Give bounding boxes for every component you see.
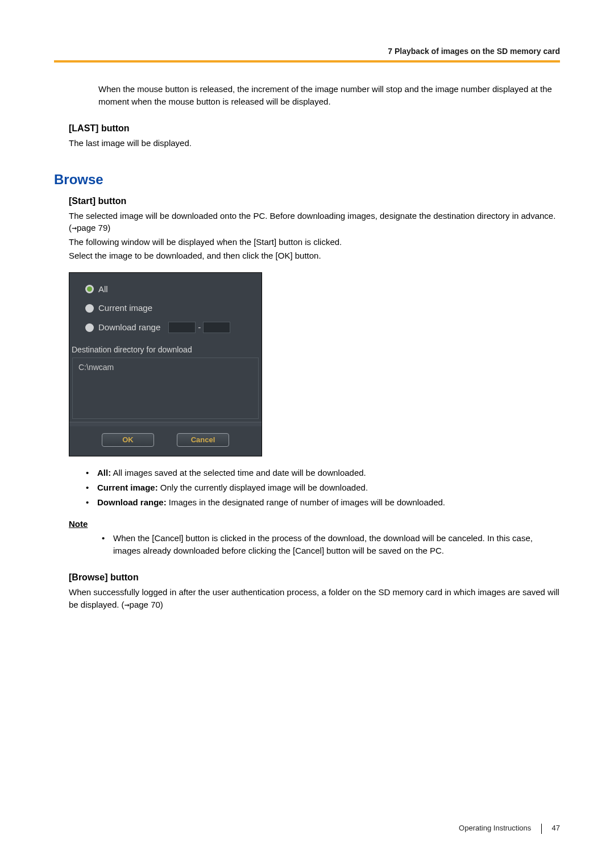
radio-group: All Current image Download range - bbox=[69, 273, 262, 343]
range-to-input[interactable] bbox=[203, 322, 230, 333]
option-descriptions: All: All images saved at the selected ti… bbox=[84, 467, 560, 508]
destination-path-box[interactable]: C:\nwcam bbox=[72, 358, 259, 419]
ok-button[interactable]: OK bbox=[102, 433, 154, 447]
page-footer: Operating Instructions 47 bbox=[54, 823, 560, 834]
list-item: Download range: Images in the designated… bbox=[84, 496, 560, 509]
arrow-icon: → bbox=[125, 600, 130, 610]
dialog-divider bbox=[69, 422, 262, 426]
browse-heading: Browse bbox=[54, 170, 560, 190]
range-from-input[interactable] bbox=[168, 322, 196, 333]
page-number: 47 bbox=[552, 824, 560, 832]
dialog-button-row: OK Cancel bbox=[69, 426, 262, 456]
opt-all-label: All: bbox=[97, 468, 111, 477]
radio-all[interactable]: All bbox=[85, 280, 254, 299]
chapter-header: 7 Playback of images on the SD memory ca… bbox=[54, 45, 560, 60]
header-divider bbox=[54, 60, 560, 63]
footer-label: Operating Instructions bbox=[459, 824, 531, 832]
start-para1-pageref: page 79) bbox=[77, 223, 110, 232]
list-item: When the [Cancel] button is clicked in t… bbox=[99, 532, 560, 557]
opt-all-text: All images saved at the selected time an… bbox=[111, 468, 366, 477]
note-list: When the [Cancel] button is clicked in t… bbox=[99, 532, 560, 557]
browse-button-text: When successfully logged in after the us… bbox=[69, 586, 560, 612]
start-para3: Select the image to be downloaded, and t… bbox=[69, 250, 560, 262]
list-item: All: All images saved at the selected ti… bbox=[84, 467, 560, 479]
destination-label: Destination directory for download bbox=[69, 343, 262, 356]
start-para1: The selected image will be downloaded on… bbox=[69, 210, 560, 235]
arrow-icon: → bbox=[72, 223, 77, 233]
radio-range[interactable]: Download range - bbox=[85, 318, 254, 337]
intro-paragraph: When the mouse button is released, the i… bbox=[98, 83, 560, 108]
start-button-heading: [Start] button bbox=[69, 194, 560, 207]
last-button-heading: [LAST] button bbox=[69, 122, 560, 135]
opt-current-label: Current image: bbox=[97, 483, 158, 492]
radio-all-label: All bbox=[98, 283, 108, 296]
radio-icon bbox=[85, 323, 94, 332]
dash-icon: - bbox=[198, 321, 201, 334]
cancel-button[interactable]: Cancel bbox=[177, 433, 229, 447]
download-dialog: All Current image Download range - Desti… bbox=[69, 272, 262, 457]
last-button-text: The last image will be displayed. bbox=[69, 137, 560, 149]
opt-range-label: Download range: bbox=[97, 497, 167, 507]
note-heading: Note bbox=[69, 518, 560, 530]
start-para2: The following window will be displayed w… bbox=[69, 236, 560, 248]
browse-text-b: page 70) bbox=[130, 600, 163, 609]
browse-button-heading: [Browse] button bbox=[69, 571, 560, 584]
radio-current[interactable]: Current image bbox=[85, 298, 254, 318]
radio-icon bbox=[85, 304, 94, 313]
radio-icon bbox=[85, 285, 94, 293]
start-para1-text: The selected image will be downloaded on… bbox=[69, 211, 555, 233]
opt-range-text: Images in the designated range of number… bbox=[167, 497, 445, 507]
footer-separator bbox=[541, 824, 542, 834]
opt-current-text: Only the currently displayed image will … bbox=[158, 483, 368, 492]
list-item: Current image: Only the currently displa… bbox=[84, 481, 560, 494]
radio-range-label: Download range bbox=[98, 321, 160, 334]
range-inputs: - bbox=[168, 321, 230, 334]
radio-current-label: Current image bbox=[98, 302, 152, 314]
